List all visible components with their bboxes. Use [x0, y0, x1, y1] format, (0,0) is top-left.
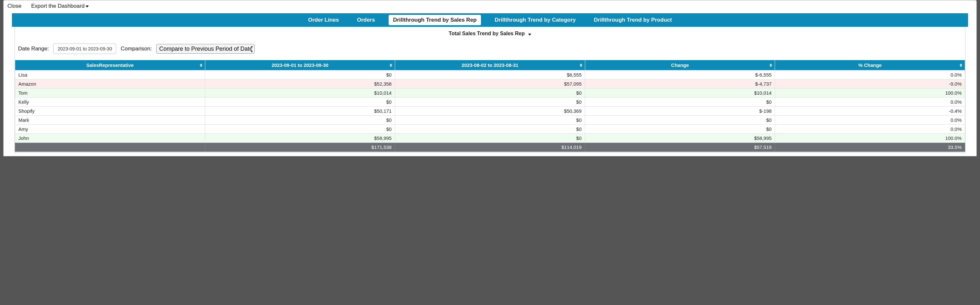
cell-period-current: $58,995: [205, 134, 395, 143]
cell-period-current: $50,171: [205, 107, 395, 116]
cell-sales-rep: Tom: [15, 88, 205, 97]
tab-orders[interactable]: Orders: [353, 15, 380, 25]
sort-icon: [390, 63, 392, 67]
sort-icon: [200, 63, 202, 67]
cell-pct-change: 100.0%: [775, 134, 965, 143]
cell-change: $-4,737: [585, 80, 775, 88]
cell-period-current: $0: [205, 116, 395, 125]
cell-period-previous: $0: [395, 88, 585, 97]
table-row: Amazon$52,358$57,095$-4,737-9.0%: [15, 80, 965, 88]
cell-period-previous: $6,555: [395, 70, 585, 80]
table-row: Lisa$0$6,555$-6,5550.0%: [15, 70, 965, 80]
date-range-label: Date Range:: [18, 46, 49, 52]
tab-drillthrough-trend-by-category[interactable]: Drillthrough Trend by Category: [490, 15, 580, 25]
cell-period-previous: $57,095: [395, 80, 585, 88]
cell-change: $57,519: [585, 143, 775, 152]
cell-pct-change: -9.0%: [775, 80, 965, 88]
date-range-picker[interactable]: 2023-09-01 to 2023-09-30: [53, 44, 116, 54]
filters-row: Date Range: 2023-09-01 to 2023-09-30 Com…: [15, 39, 965, 60]
cell-period-previous: $0: [395, 97, 585, 107]
sort-icon: [580, 63, 582, 67]
cell-change: $0: [585, 97, 775, 107]
tab-drillthrough-trend-by-sales-rep[interactable]: Drillthrough Trend by Sales Rep: [389, 15, 481, 25]
sort-icon: [960, 63, 962, 67]
cell-period-current: $52,358: [205, 80, 395, 88]
tab-order-lines[interactable]: Order Lines: [304, 15, 343, 25]
cell-period-previous: $0: [395, 134, 585, 143]
cell-sales-rep: Shopify: [15, 107, 205, 116]
table-row: Amy$0$0$00.0%: [15, 125, 965, 134]
col-period-current-label: 2023-09-01 to 2023-09-30: [272, 62, 328, 68]
cell-pct-change: 0.0%: [775, 70, 965, 80]
cell-pct-change: 0.0%: [775, 125, 965, 134]
col-sales-rep-label: SalesRepresentative: [86, 62, 134, 68]
cell-change: $-6,555: [585, 70, 775, 80]
close-label: Close: [8, 3, 21, 10]
cell-sales-rep: Kelly: [15, 97, 205, 107]
cell-change: $0: [585, 116, 775, 125]
comparison-select[interactable]: Compare to Previous Period of Date Range: [156, 44, 255, 54]
cell-pct-change: 33.5%: [775, 143, 965, 152]
cell-pct-change: 0.0%: [775, 116, 965, 125]
cell-change: $-198: [585, 107, 775, 116]
col-pct-change-label: % Change: [858, 62, 882, 68]
sales-trend-table: SalesRepresentative 2023-09-01 to 2023-0…: [15, 60, 965, 152]
table-row: Mark$0$0$00.0%: [15, 116, 965, 125]
report-panel: Total Sales Trend by Sales Rep Date Rang…: [14, 27, 966, 153]
cell-pct-change: 100.0%: [775, 88, 965, 97]
table-row: Shopify$50,171$50,369$-198-0.4%: [15, 107, 965, 116]
table-header-row: SalesRepresentative 2023-09-01 to 2023-0…: [15, 60, 965, 70]
table-row: John$58,995$0$58,995100.0%: [15, 134, 965, 143]
cell-pct-change: 0.0%: [775, 97, 965, 107]
close-button[interactable]: Close: [8, 3, 21, 10]
export-dashboard-button[interactable]: Export the Dashboard: [31, 3, 88, 10]
cell-change: $10,014: [585, 88, 775, 97]
comparison-label: Comparison:: [121, 46, 152, 52]
col-change[interactable]: Change: [585, 60, 775, 70]
table-row: Kelly$0$0$00.0%: [15, 97, 965, 107]
cell-period-previous: $0: [395, 116, 585, 125]
cell-sales-rep: [15, 143, 205, 152]
cell-sales-rep: Amazon: [15, 80, 205, 88]
table-row: Tom$10,014$0$10,014100.0%: [15, 88, 965, 97]
cell-period-current: $0: [205, 70, 395, 80]
modal-body: Order LinesOrdersDrillthrough Trend by S…: [3, 13, 977, 156]
cell-sales-rep: Amy: [15, 125, 205, 134]
cell-sales-rep: Mark: [15, 116, 205, 125]
caret-down-icon: [528, 34, 531, 35]
cell-period-current: $0: [205, 125, 395, 134]
dashboard-modal: Close Export the Dashboard Order LinesOr…: [3, 0, 977, 156]
sort-icon: [770, 63, 772, 67]
col-pct-change[interactable]: % Change: [775, 60, 965, 70]
col-period-current[interactable]: 2023-09-01 to 2023-09-30: [205, 60, 395, 70]
table-totals-row: $171,538$114,019$57,51933.5%: [15, 143, 965, 152]
comparison-select-wrap: Compare to Previous Period of Date Range…: [156, 44, 255, 54]
cell-period-current: $0: [205, 97, 395, 107]
tabs-bar: Order LinesOrdersDrillthrough Trend by S…: [12, 13, 968, 27]
tab-drillthrough-trend-by-product[interactable]: Drillthrough Trend by Product: [589, 15, 676, 25]
panel-title-text: Total Sales Trend by Sales Rep: [449, 31, 525, 36]
modal-header: Close Export the Dashboard: [3, 0, 977, 12]
cell-period-current: $171,538: [205, 143, 395, 152]
col-period-previous[interactable]: 2023-08-02 to 2023-08-31: [395, 60, 585, 70]
panel-title-dropdown[interactable]: Total Sales Trend by Sales Rep: [15, 27, 965, 39]
export-label: Export the Dashboard: [31, 3, 84, 10]
cell-change: $58,995: [585, 134, 775, 143]
cell-period-previous: $50,369: [395, 107, 585, 116]
cell-sales-rep: Lisa: [15, 70, 205, 80]
cell-period-previous: $114,019: [395, 143, 585, 152]
col-change-label: Change: [671, 62, 689, 68]
col-period-previous-label: 2023-08-02 to 2023-08-31: [461, 62, 519, 68]
caret-down-icon: [86, 5, 89, 8]
cell-period-previous: $0: [395, 125, 585, 134]
cell-pct-change: -0.4%: [775, 107, 965, 116]
col-sales-rep[interactable]: SalesRepresentative: [15, 60, 205, 70]
cell-sales-rep: John: [15, 134, 205, 143]
cell-period-current: $10,014: [205, 88, 395, 97]
cell-change: $0: [585, 125, 775, 134]
